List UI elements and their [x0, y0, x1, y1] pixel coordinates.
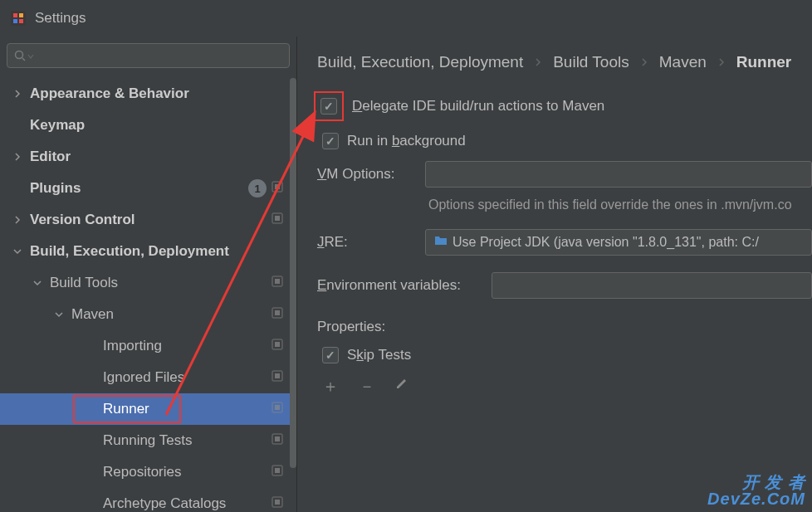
delegate-checkbox-label: Delegate IDE build/run actions to Maven — [352, 98, 604, 115]
watermark: 开 发 者 DevZe.CoM — [707, 474, 805, 507]
tree-item-running-tests[interactable]: Running Tests — [0, 425, 296, 456]
delegate-checkbox[interactable] — [320, 98, 337, 115]
svg-rect-8 — [275, 184, 280, 189]
tree-item-ignored-files[interactable]: Ignored Files — [0, 362, 296, 393]
chevron-right-icon — [10, 153, 25, 161]
skip-tests-checkbox[interactable] — [322, 347, 339, 363]
svg-rect-22 — [275, 436, 280, 441]
tree-item-importing[interactable]: Importing — [0, 330, 296, 362]
tree-item-label: Runner — [98, 401, 271, 417]
svg-rect-14 — [275, 310, 280, 315]
settings-scope-icon — [271, 306, 283, 323]
delegate-checkbox-highlight — [314, 91, 344, 121]
remove-button[interactable]: － — [359, 375, 375, 397]
tree-item-label: Maven — [66, 306, 271, 323]
settings-sidebar: Appearance & BehaviorKeymapEditorPlugins… — [0, 37, 297, 512]
add-button[interactable]: ＋ — [322, 375, 339, 397]
svg-point-5 — [16, 51, 23, 59]
settings-scope-icon — [271, 275, 283, 291]
svg-rect-4 — [19, 19, 23, 23]
svg-rect-3 — [13, 19, 17, 23]
tree-item-build-execution-deployment[interactable]: Build, Execution, Deployment — [0, 236, 296, 267]
tree-item-maven[interactable]: Maven — [0, 299, 296, 330]
tree-item-label: Editor — [25, 149, 283, 165]
jre-select[interactable]: Use Project JDK (java version "1.8.0_131… — [425, 229, 812, 256]
background-checkbox-label: Run in background — [347, 133, 466, 149]
svg-rect-26 — [275, 500, 280, 505]
scrollbar-thumb[interactable] — [290, 78, 296, 468]
tree-item-runner[interactable]: Runner — [0, 393, 296, 425]
svg-rect-2 — [19, 13, 23, 17]
chevron-right-icon — [535, 53, 541, 71]
svg-rect-18 — [275, 373, 280, 378]
breadcrumb-item[interactable]: Maven — [659, 53, 707, 71]
svg-rect-12 — [275, 279, 280, 284]
env-variables-input[interactable] — [492, 272, 812, 299]
chevron-right-icon — [641, 53, 648, 71]
tree-item-label: Appearance & Behavior — [25, 85, 283, 102]
main-panel: Build, Execution, DeploymentBuild ToolsM… — [297, 37, 812, 512]
settings-scope-icon — [271, 432, 283, 449]
svg-rect-10 — [275, 216, 280, 221]
search-input[interactable] — [7, 43, 290, 68]
vm-options-label: VM Options: — [317, 166, 425, 183]
tree-item-label: Running Tests — [98, 432, 271, 449]
app-icon — [10, 10, 27, 27]
svg-rect-1 — [13, 13, 17, 17]
tree-item-plugins[interactable]: Plugins1 — [0, 173, 296, 204]
settings-scope-icon — [271, 212, 283, 228]
tree-item-label: Build Tools — [45, 275, 271, 291]
chevron-down-icon — [10, 247, 25, 256]
tree-item-label: Version Control — [25, 212, 271, 228]
svg-rect-24 — [275, 468, 280, 473]
settings-tree: Appearance & BehaviorKeymapEditorPlugins… — [0, 75, 296, 510]
tree-item-label: Keymap — [25, 117, 283, 134]
tree-item-build-tools[interactable]: Build Tools — [0, 267, 296, 299]
folder-icon — [434, 235, 448, 250]
settings-scope-icon — [271, 401, 283, 417]
svg-rect-16 — [275, 342, 280, 347]
tree-item-label: Archetype Catalogs — [98, 495, 271, 510]
chevron-down-icon — [27, 48, 34, 63]
search-icon — [14, 50, 26, 61]
settings-scope-icon — [271, 464, 283, 480]
tree-item-label: Build, Execution, Deployment — [25, 243, 283, 260]
svg-rect-20 — [275, 405, 280, 410]
chevron-right-icon — [10, 216, 25, 224]
chevron-right-icon — [10, 90, 25, 98]
jre-value: Use Project JDK (java version "1.8.0_131… — [452, 235, 759, 250]
settings-scope-icon — [271, 369, 283, 386]
background-checkbox[interactable] — [322, 133, 339, 149]
tree-item-label: Plugins — [25, 180, 248, 197]
breadcrumb-item[interactable]: Build, Execution, Deployment — [317, 53, 523, 71]
window-title: Settings — [35, 10, 86, 27]
vm-options-input[interactable] — [425, 161, 812, 188]
tree-item-version-control[interactable]: Version Control — [0, 204, 296, 236]
tree-item-repositories[interactable]: Repositories — [0, 456, 296, 488]
tree-item-label: Ignored Files — [98, 369, 271, 386]
settings-scope-icon — [271, 180, 283, 197]
chevron-down-icon — [51, 310, 66, 319]
tree-item-label: Importing — [98, 338, 271, 354]
tree-item-appearance-behavior[interactable]: Appearance & Behavior — [0, 78, 296, 110]
chevron-down-icon — [30, 279, 45, 287]
env-variables-label: Environment variables: — [317, 277, 492, 294]
skip-tests-label: Skip Tests — [347, 347, 411, 363]
badge: 1 — [248, 179, 267, 197]
tree-item-archetype-catalogs[interactable]: Archetype Catalogs — [0, 488, 296, 510]
settings-scope-icon — [271, 495, 283, 510]
chevron-right-icon — [718, 53, 725, 71]
properties-label: Properties: — [317, 319, 812, 335]
jre-label: JRE: — [317, 234, 425, 251]
breadcrumb-item: Runner — [736, 53, 792, 71]
settings-scope-icon — [271, 338, 283, 354]
edit-button[interactable] — [395, 375, 408, 397]
breadcrumb-item[interactable]: Build Tools — [553, 53, 629, 71]
svg-rect-0 — [11, 11, 26, 26]
tree-item-label: Repositories — [98, 464, 271, 480]
svg-line-6 — [22, 58, 25, 61]
vm-options-hint: Options specified in this field override… — [428, 197, 812, 212]
tree-item-keymap[interactable]: Keymap — [0, 110, 296, 141]
breadcrumb: Build, Execution, DeploymentBuild ToolsM… — [317, 53, 812, 71]
tree-item-editor[interactable]: Editor — [0, 141, 296, 173]
